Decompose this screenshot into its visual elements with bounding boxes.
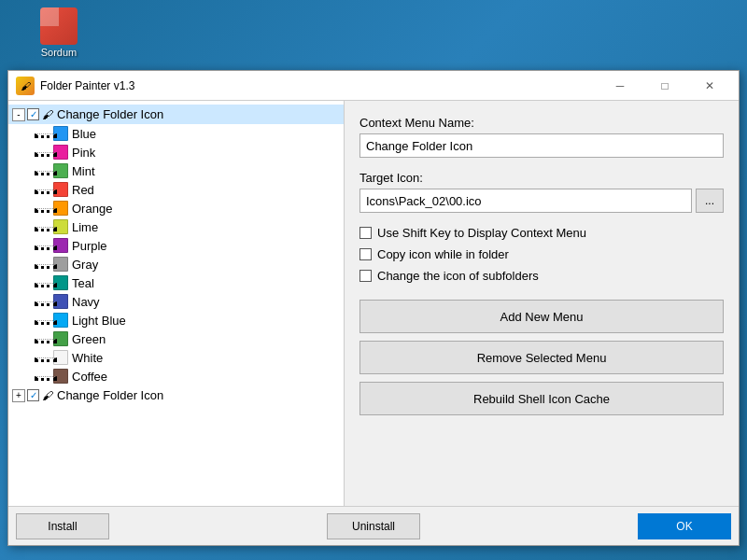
root-label-2: Change Folder Icon — [57, 388, 163, 402]
checkbox-box[interactable] — [359, 248, 372, 260]
tree-color-item[interactable]: Teal — [35, 273, 344, 292]
context-menu-name-group: Context Menu Name: — [359, 116, 724, 158]
root-label-1: Change Folder Icon — [57, 107, 163, 121]
sordum-icon-image — [40, 7, 78, 45]
tree-color-item[interactable]: Coffee — [35, 367, 344, 385]
color-label: Light Blue — [72, 314, 126, 328]
install-button[interactable]: Install — [16, 513, 109, 539]
tree-color-item[interactable]: Orange — [35, 199, 344, 217]
main-window: Folder Painter v1.3 ─ □ ✕ - 🖌 Change Fol… — [7, 70, 740, 546]
color-label: Coffee — [72, 370, 107, 384]
checkbox-row[interactable]: Copy icon while in folder — [359, 247, 724, 261]
rebuild-shell-icon-cache-button[interactable]: Rebuild Shell Icon Cache — [359, 382, 724, 415]
checkbox-box[interactable] — [359, 227, 372, 239]
expand-icon-1[interactable]: - — [12, 108, 25, 121]
expand-icon-2[interactable]: + — [12, 389, 25, 402]
tree-root: - 🖌 Change Folder Icon Blue Pink Mint Re… — [8, 105, 344, 405]
window-title: Folder Painter v1.3 — [40, 79, 599, 92]
context-menu-name-input[interactable] — [359, 133, 724, 158]
desktop-sordum-icon[interactable]: Sordum — [26, 7, 92, 58]
tree-color-item[interactable]: Gray — [35, 255, 344, 273]
remove-selected-menu-button[interactable]: Remove Selected Menu — [359, 341, 724, 374]
browse-button[interactable]: ... — [696, 189, 724, 213]
color-label: Teal — [72, 276, 94, 290]
tree-color-item[interactable]: Purple — [35, 236, 344, 255]
tree-color-item[interactable]: Lime — [35, 217, 344, 236]
app-icon — [16, 77, 35, 95]
color-label: Blue — [72, 127, 96, 141]
target-icon-group: Target Icon: ... — [359, 171, 724, 213]
right-panel: Context Menu Name: Target Icon: ... Use … — [345, 101, 739, 506]
paint-icon-1: 🖌 — [41, 108, 54, 121]
paint-icon-2: 🖌 — [41, 389, 54, 402]
checkbox-label: Copy icon while in folder — [377, 247, 509, 261]
add-new-menu-button[interactable]: Add New Menu — [359, 300, 724, 333]
tree-color-item[interactable]: White — [35, 348, 344, 367]
color-label: Purple — [72, 239, 107, 253]
color-label: Pink — [72, 146, 95, 160]
checkboxes-group: Use Shift Key to Display Context Menu Co… — [359, 226, 724, 283]
tree-root-item-1[interactable]: - 🖌 Change Folder Icon — [8, 105, 344, 124]
checkbox-label: Change the icon of subfolders — [377, 269, 539, 283]
target-icon-row: ... — [359, 189, 724, 213]
uninstall-button[interactable]: Uninstall — [327, 513, 420, 539]
tree-color-item[interactable]: Pink — [35, 143, 344, 161]
root-checkbox-2[interactable] — [27, 389, 39, 401]
window-controls: ─ □ ✕ — [599, 72, 731, 100]
tree-root-item-2[interactable]: + 🖌 Change Folder Icon — [8, 385, 344, 405]
checkbox-row[interactable]: Change the icon of subfolders — [359, 269, 724, 283]
tree-color-item[interactable]: Navy — [35, 292, 344, 311]
color-label: Orange — [72, 202, 112, 216]
tree-color-item[interactable]: Red — [35, 180, 344, 199]
main-content: - 🖌 Change Folder Icon Blue Pink Mint Re… — [8, 101, 739, 506]
target-icon-input[interactable] — [359, 189, 692, 213]
root-checkbox-1[interactable] — [27, 108, 39, 120]
sordum-icon-label: Sordum — [41, 47, 78, 58]
tree-children: Blue Pink Mint Red Orange Lime Purple Gr… — [8, 124, 344, 385]
target-icon-label: Target Icon: — [359, 171, 724, 185]
checkbox-box[interactable] — [359, 270, 372, 282]
tree-color-item[interactable]: Light Blue — [35, 311, 344, 329]
close-button[interactable]: ✕ — [688, 72, 731, 100]
buttons-group: Add New Menu Remove Selected Menu Rebuil… — [359, 300, 724, 415]
tree-panel: - 🖌 Change Folder Icon Blue Pink Mint Re… — [8, 101, 345, 506]
color-label: Green — [72, 332, 106, 346]
color-label: Red — [72, 183, 94, 197]
color-label: White — [72, 351, 103, 365]
minimize-button[interactable]: ─ — [599, 72, 641, 100]
color-label: Gray — [72, 258, 98, 272]
checkbox-label: Use Shift Key to Display Context Menu — [377, 226, 586, 240]
titlebar: Folder Painter v1.3 ─ □ ✕ — [8, 71, 739, 101]
tree-color-item[interactable]: Green — [35, 329, 344, 348]
context-menu-name-label: Context Menu Name: — [359, 116, 724, 130]
color-label: Mint — [72, 164, 95, 178]
color-label: Lime — [72, 220, 98, 234]
color-label: Navy — [72, 295, 100, 309]
checkbox-row[interactable]: Use Shift Key to Display Context Menu — [359, 226, 724, 240]
ok-button[interactable]: OK — [638, 513, 731, 539]
tree-color-item[interactable]: Mint — [35, 161, 344, 180]
desktop: Sordum Folder Painter v1.3 ─ □ ✕ - — [0, 0, 747, 560]
tree-color-item[interactable]: Blue — [35, 124, 344, 143]
maximize-button[interactable]: □ — [643, 72, 686, 100]
bottom-bar: Install Uninstall OK — [8, 506, 739, 545]
